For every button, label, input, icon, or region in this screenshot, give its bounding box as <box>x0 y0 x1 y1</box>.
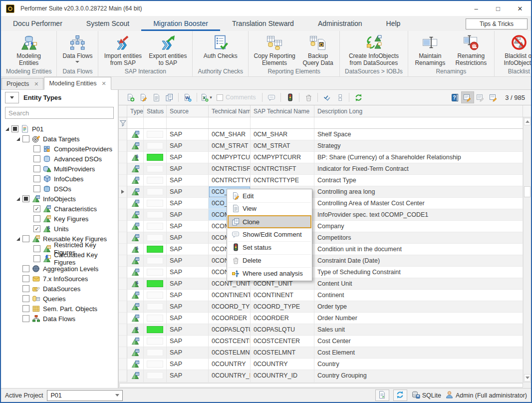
table-row[interactable]: SAP 0CNTRCTISFT 0CNTRCTISFT Indicator fo… <box>119 163 523 175</box>
technical-name-cell[interactable]: 0COORD_TYPE <box>209 301 251 313</box>
vertical-scrollbar[interactable] <box>523 117 531 382</box>
tree-item-queries[interactable]: Queries <box>1 294 118 304</box>
table-row[interactable]: SAP 0CONS_DATE 0CONS_DATE Constraint Dat… <box>119 255 523 267</box>
filter-icon[interactable] <box>119 117 127 128</box>
refresh-icon[interactable] <box>352 91 365 103</box>
tree-item-key-figures[interactable]: Key Figures <box>1 214 118 224</box>
active-project-select[interactable]: P01 <box>47 390 123 401</box>
menu-migration-booster[interactable]: Migration Booster <box>141 16 220 31</box>
table-row[interactable]: SAP 0CM_SHAR 0CM_SHAR Shelf Space <box>119 129 523 140</box>
tree-checkbox[interactable] <box>22 195 29 202</box>
import-entities-from-sap-button[interactable]: Import entities from SAP <box>100 33 145 66</box>
scroll-down-arrow[interactable] <box>524 374 531 382</box>
export-word-icon[interactable]: W <box>181 91 194 103</box>
tree-checkbox[interactable] <box>33 165 40 172</box>
column-header-description-long[interactable]: Description Long <box>314 105 523 117</box>
close-tab-icon[interactable]: ✕ <box>102 80 106 87</box>
scroll-up-arrow[interactable] <box>524 118 531 125</box>
table-row[interactable]: SAP 0COSTCENTER 0COSTCENTER Cost Center <box>119 336 523 347</box>
entity-types-dropdown-button[interactable] <box>5 92 19 103</box>
table-row[interactable]: SAP 0COORD_TYPE 0COORD_TYPE Order type <box>119 301 523 313</box>
tree-item-advanced-dsos[interactable]: Advanced DSOs <box>1 154 118 164</box>
tree-item-infocubes[interactable]: InfoCubes <box>1 174 118 184</box>
table-row[interactable]: SAP 0COMP_CODE 0COMP_CODE InfoProvider s… <box>119 209 523 221</box>
modeling-entities-button[interactable]: Modeling Entities <box>10 33 47 66</box>
filter-row[interactable] <box>119 117 523 129</box>
technical-name-cell[interactable]: 0COSTELMNT <box>209 347 251 359</box>
context-menu-set-status[interactable]: Set status <box>228 241 311 254</box>
table-row[interactable]: SAP 0CNTRCTTYPE 0CNTRCTTYPE Contract Typ… <box>119 175 523 186</box>
horizontal-scrollbar[interactable] <box>119 382 531 388</box>
tree-checkbox[interactable] <box>33 215 40 222</box>
context-menu-edit[interactable]: Edit <box>228 190 311 202</box>
table-row[interactable]: SAP 0COMPETITOR 0COMPETITOR Competitors <box>119 232 523 244</box>
table-row[interactable]: SAP 0COUNTRY_ID 0COUNTRY_ID Country Grou… <box>119 370 523 382</box>
maximize-button[interactable]: □ <box>487 1 509 16</box>
export-excel-icon[interactable]: X▾ <box>200 91 213 103</box>
layout-icon[interactable] <box>333 91 346 103</box>
auth-checks-button[interactable]: Auth Checks <box>199 33 242 59</box>
show-comment-icon[interactable] <box>265 91 278 103</box>
maintain-renamings-button[interactable]: Maintain Renamings <box>410 33 450 66</box>
panel-edit-icon[interactable] <box>461 91 474 103</box>
table-row[interactable]: SAP 0COUNTRY 0COUNTRY Country <box>119 359 523 370</box>
column-header-type[interactable]: Type <box>127 105 144 117</box>
tree-checkbox[interactable] <box>22 295 29 302</box>
tree-item-compositeproviders[interactable]: CompositeProviders <box>1 144 118 154</box>
tree-checkbox[interactable] <box>22 275 29 282</box>
tree-checkbox[interactable] <box>33 255 40 262</box>
tree-checkbox[interactable] <box>33 245 40 252</box>
column-header-sap-technical-name[interactable]: SAP Technical Name <box>251 105 314 117</box>
expand-icon[interactable] <box>16 237 20 241</box>
panel-note-icon[interactable] <box>487 91 500 103</box>
context-menu-view[interactable]: View <box>228 202 311 215</box>
tree-item-7-x-infosources[interactable]: 7.x InfoSources <box>1 274 118 284</box>
tree-checkbox[interactable] <box>33 175 40 182</box>
table-row[interactable]: $ SAP 0COPASLQTU 0COPASLQTU Sales unit <box>119 324 523 336</box>
delete-icon[interactable] <box>302 91 315 103</box>
expand-icon[interactable] <box>5 127 9 131</box>
column-header-source[interactable]: Source <box>167 105 209 117</box>
tree-item-data-targets[interactable]: Data Targets <box>1 134 118 144</box>
menu-help[interactable]: Help <box>374 16 413 31</box>
tree-checkbox[interactable] <box>33 205 40 212</box>
sync-button[interactable] <box>393 390 407 401</box>
tree-checkbox[interactable] <box>22 135 29 142</box>
expand-icon[interactable] <box>16 137 20 141</box>
context-menu-clone[interactable]: Clone <box>228 215 311 228</box>
tree-checkbox[interactable] <box>22 235 29 242</box>
technical-name-cell[interactable]: 0CONTINENT <box>209 290 251 301</box>
blacklist-of-infoobjects-button[interactable]: Blacklist of InfoObjects <box>497 33 532 66</box>
copy-reporting-elements-button[interactable]: Copy Reporting Elements <box>251 33 298 66</box>
menu-system-scout[interactable]: System Scout <box>74 16 141 31</box>
column-header-status[interactable]: Status <box>144 105 167 117</box>
tree-item-calculated-key-figures[interactable]: Calculated Key Figures <box>1 254 118 264</box>
tree-checkbox[interactable] <box>22 315 29 322</box>
scroll-thumb[interactable] <box>524 186 531 197</box>
menu-docu-performer[interactable]: Docu Performer <box>1 16 74 31</box>
tree-checkbox[interactable] <box>22 285 29 292</box>
set-status-icon[interactable] <box>283 91 296 103</box>
technical-name-cell[interactable]: 0CNTRCTISFT <box>209 163 251 175</box>
tree-checkbox[interactable] <box>22 265 29 272</box>
tab-projects[interactable]: Projects✕ <box>1 78 43 89</box>
table-row[interactable]: SAP 0COORDER 0COORDER Order Number <box>119 313 523 324</box>
context-menu-where-used-analysis[interactable]: Where used analysis <box>228 267 311 280</box>
tree-item-data-flows[interactable]: Data Flows <box>1 314 118 324</box>
tree-checkbox[interactable] <box>33 155 40 162</box>
context-menu-delete[interactable]: Delete <box>228 254 311 267</box>
tree-checkbox[interactable] <box>33 225 40 232</box>
tree-checkbox[interactable] <box>33 185 40 192</box>
tree-item-characteristics[interactable]: Characteristics <box>1 204 118 214</box>
table-row[interactable]: $ SAP 0CONT_UNIT 0CONT_UNIT Content Unit <box>119 278 523 290</box>
create-infoobjects-from-datasources-button[interactable]: Create InfoObjects from DataSources <box>345 33 403 66</box>
add-entity-icon[interactable] <box>124 91 137 103</box>
data-flows-button[interactable]: Data Flows <box>59 33 96 63</box>
tab-modeling-entities[interactable]: Modeling Entities✕ <box>44 77 111 90</box>
close-tab-icon[interactable]: ✕ <box>34 81 38 87</box>
view-entity-icon[interactable] <box>150 91 163 103</box>
tree-item-units[interactable]: $ Units <box>1 224 118 234</box>
menu-translation-steward[interactable]: Translation Steward <box>220 16 306 31</box>
table-row[interactable]: $ SAP 0COND_UNIT 0COND_UNIT Condition un… <box>119 244 523 255</box>
expand-icon[interactable] <box>16 197 20 201</box>
